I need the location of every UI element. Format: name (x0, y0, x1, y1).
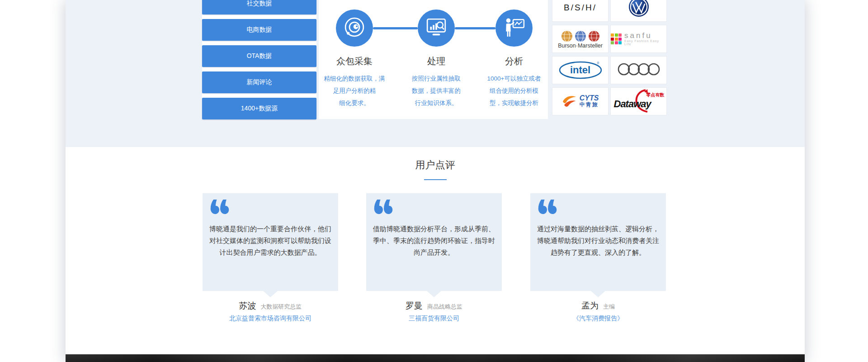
reviewer-line: 孟为主编 (530, 300, 666, 312)
data-sources-section: 社交数据 电商数据 OTA数据 新闻评论 1400+数据源 (66, 0, 805, 147)
review-card: 通过对海量数据的抽丝剥茧、逻辑分析，博晓通帮助我们对行业动态和消费者关注趋势有了… (530, 193, 666, 291)
cyts-logo-text: CYTS (580, 95, 599, 101)
card-tail (427, 291, 441, 297)
reviewer-name: 苏波 (239, 301, 256, 310)
step-connector (373, 27, 418, 29)
step-title: 众包采集 (309, 55, 400, 67)
presenter-board-icon (503, 17, 525, 39)
dataway-logo-subtext: 零点有数 (646, 92, 665, 98)
process-panel: 众包采集 精细化的数据获取，满足用户分析的精细化要求。 (319, 0, 548, 119)
review-quote: 博晓通是我们的一个重要合作伙伴，他们对社交媒体的监测和洞察可以帮助我们设计出契合… (207, 223, 334, 258)
intel-registered-mark: ® (597, 62, 599, 65)
partner-logo-burson-marsteller[interactable]: Burson·Marsteller (552, 25, 609, 53)
reviewer-line: 苏波大数据研究总监 (203, 300, 338, 312)
step-title: 分析 (469, 55, 559, 67)
source-button-datasources[interactable]: 1400+数据源 (202, 98, 316, 119)
partner-logo-intel[interactable]: intel ® (552, 56, 609, 84)
burson-globes-icon (561, 30, 600, 42)
dataway-logo-text: Dataway (614, 98, 651, 110)
burson-logo-text: Burson·Marsteller (558, 43, 603, 49)
step-description: 按照行业属性抽取数据，提供丰富的行业知识体系。 (391, 72, 481, 109)
reviewer-company-link[interactable]: 北京益普索市场咨询有限公司 (203, 314, 338, 323)
reviewer-name: 罗曼 (406, 301, 423, 310)
sanfu-logo-text: sanfu (624, 32, 666, 39)
quote-icon (210, 200, 230, 216)
monitor-analysis-icon (425, 18, 447, 38)
reviewer-line: 罗曼商品战略总监 (366, 300, 502, 312)
reviewer-name: 孟为 (581, 301, 599, 310)
reviewer-company-link[interactable]: 三福百货有限公司 (366, 314, 502, 323)
reviews-heading-underline (424, 179, 447, 180)
bsh-logo-text: B/S/H/ (564, 3, 597, 13)
source-button-news[interactable]: 新闻评论 (202, 71, 316, 93)
dataway-logo: Dataway 零点有数 (612, 89, 665, 114)
step-connector (455, 27, 495, 29)
orbit-collection-icon (344, 17, 365, 39)
source-button-social[interactable]: 社交数据 (202, 0, 316, 14)
card-tail (263, 291, 278, 297)
reviews-heading: 用户点评 (66, 158, 805, 172)
audi-rings-icon (617, 62, 660, 78)
review-quote: 借助博晓通数据分析平台，形成从季前、季中、季末的流行趋势闭环验证，指导时尚产品开… (371, 223, 497, 258)
partner-logo-sanfu[interactable]: sanfu Easy Fashion Easy Life (610, 25, 667, 53)
quote-icon (538, 200, 557, 216)
reviewer-title: 主编 (603, 303, 615, 310)
intel-logo: intel ® (558, 60, 603, 81)
source-button-ecommerce[interactable]: 电商数据 (202, 19, 316, 41)
cyts-flame-icon (562, 93, 577, 110)
source-button-ota[interactable]: OTA数据 (202, 45, 316, 67)
partner-logo-cyts[interactable]: CYTS 中青旅 (552, 87, 609, 115)
sanfu-tagline: Easy Fashion Easy Life (624, 39, 666, 46)
reviewer-title: 大数据研究总监 (261, 303, 302, 310)
step-description: 1000+可以独立或者组合使用的分析模型，实现敏捷分析 (469, 72, 559, 109)
reviewer-title: 商品战略总监 (427, 303, 462, 310)
partner-logo-audi[interactable] (610, 56, 667, 84)
partner-logo-bsh[interactable]: B/S/H/ (552, 0, 609, 22)
sanfu-squares-icon (611, 33, 622, 44)
page-container: 社交数据 电商数据 OTA数据 新闻评论 1400+数据源 (66, 0, 805, 362)
reviews-section: 用户点评 博晓通是我们的一个重要合作伙伴，他们对社交媒体的监测和洞察可以帮助我们… (66, 147, 805, 354)
step-circle (336, 10, 373, 47)
step-description: 精细化的数据获取，满足用户分析的精细化要求。 (309, 72, 400, 109)
reviewer-company-link[interactable]: 《汽车消费报告》 (530, 314, 666, 323)
volkswagen-icon (628, 0, 649, 19)
step-circle (495, 10, 533, 47)
cyts-logo: CYTS 中青旅 (562, 93, 599, 110)
cyts-logo-subtext: 中青旅 (580, 101, 599, 108)
review-quote: 通过对海量数据的抽丝剥茧、逻辑分析，博晓通帮助我们对行业动态和消费者关注趋势有了… (535, 223, 661, 258)
step-title: 处理 (391, 55, 481, 67)
review-card: 博晓通是我们的一个重要合作伙伴，他们对社交媒体的监测和洞察可以帮助我们设计出契合… (203, 193, 338, 291)
quote-icon (373, 200, 393, 216)
card-tail (591, 291, 605, 297)
review-card: 借助博晓通数据分析平台，形成从季前、季中、季末的流行趋势闭环验证，指导时尚产品开… (366, 193, 502, 291)
partner-logo-dataway[interactable]: Dataway 零点有数 (610, 87, 667, 115)
step-circle (418, 10, 455, 47)
partner-logo-volkswagen[interactable] (610, 0, 667, 22)
page-stage: 社交数据 电商数据 OTA数据 新闻评论 1400+数据源 (0, 0, 868, 362)
sanfu-logo: sanfu Easy Fashion Easy Life (611, 32, 666, 46)
footer-band (66, 354, 805, 362)
